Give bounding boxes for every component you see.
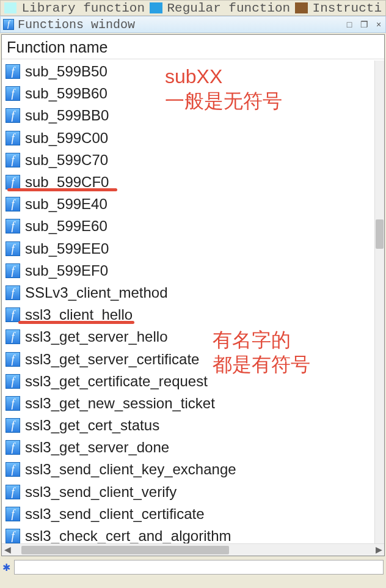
function-row[interactable]: fssl3_get_new_session_ticket	[2, 392, 374, 414]
function-name: sub_599EE0	[25, 240, 109, 257]
function-row[interactable]: fsub_599E60	[2, 215, 374, 237]
command-bar: ✱	[0, 557, 386, 577]
function-name: ssl3_get_cert_status	[25, 417, 159, 434]
legend-regular-swatch	[150, 2, 162, 13]
horizontal-scrollbar[interactable]: ◀ ▶	[2, 543, 384, 556]
function-name: sub_599EF0	[25, 262, 108, 279]
function-icon: f	[5, 175, 20, 189]
hscroll-track[interactable]	[13, 546, 373, 554]
function-icon: f	[5, 440, 20, 455]
function-row[interactable]: fssl3_client_hello	[2, 304, 374, 326]
function-name: ssl3_send_client_key_exchange	[25, 461, 236, 478]
function-name: sub_599B60	[25, 85, 107, 102]
legend-library-swatch	[4, 2, 16, 13]
function-name: sub_599C00	[25, 130, 108, 147]
list-column-header[interactable]: Function name	[2, 35, 384, 59]
function-icon: f	[5, 307, 20, 322]
function-icon: f	[5, 485, 20, 499]
function-row[interactable]: fsub_599EF0	[2, 260, 374, 282]
function-name: ssl3_client_hello	[25, 306, 133, 323]
function-name: ssl3_get_server_done	[25, 439, 169, 456]
function-icon: f	[5, 153, 20, 167]
function-name: sub_599BB0	[25, 107, 109, 124]
panel-title-text: Functions window	[18, 18, 339, 32]
function-name: SSLv3_client_method	[25, 284, 167, 301]
panel-restore-button[interactable]: ❐	[360, 20, 368, 29]
panel-titlebar[interactable]: f Functions window □ ❐ ×	[0, 16, 386, 33]
function-name: sub_599C70	[25, 152, 108, 169]
function-icon: f	[5, 197, 20, 211]
function-name: sub_599B50	[25, 63, 107, 80]
function-icon: f	[5, 285, 20, 300]
function-row[interactable]: fsub_599E40	[2, 193, 374, 215]
function-name: sub_599E60	[25, 218, 107, 235]
legend-library-text: Library function	[21, 1, 145, 15]
function-name: ssl3_get_server_certificate	[25, 351, 199, 368]
function-icon: f	[5, 352, 20, 367]
function-row[interactable]: fssl3_get_server_done	[2, 436, 374, 458]
function-icon: f	[5, 396, 20, 411]
panel-close-button[interactable]: ×	[374, 20, 383, 29]
function-icon: f	[5, 507, 20, 521]
functions-list-body[interactable]: fsub_599B50fsub_599B60fsub_599BB0fsub_59…	[2, 61, 374, 543]
function-name: sub_599CF0	[25, 174, 109, 191]
command-star-icon: ✱	[2, 562, 10, 573]
function-name: sub_599E40	[25, 196, 107, 213]
function-row[interactable]: fsub_599B50	[2, 61, 374, 83]
function-icon: f	[5, 529, 20, 543]
function-icon: f	[5, 131, 20, 145]
function-icon: f	[5, 462, 20, 477]
function-row[interactable]: fssl3_get_server_certificate	[2, 348, 374, 370]
vertical-scrollbar-thumb[interactable]	[376, 219, 384, 249]
function-name: ssl3_check_cert_and_algorithm	[25, 527, 231, 543]
function-name: ssl3_get_new_session_ticket	[25, 395, 215, 412]
function-row[interactable]: fsub_599C00	[2, 127, 374, 149]
function-row[interactable]: fssl3_send_client_verify	[2, 481, 374, 503]
function-row[interactable]: fsub_599CF0	[2, 171, 374, 193]
hscroll-left-arrow-icon[interactable]: ◀	[2, 545, 13, 556]
function-icon: f	[5, 374, 20, 389]
function-row[interactable]: fssl3_get_server_hello	[2, 326, 374, 348]
function-icon: f	[5, 241, 20, 256]
function-icon: f	[5, 263, 20, 278]
function-icon: f	[5, 108, 20, 123]
function-row[interactable]: fsub_599BB0	[2, 105, 374, 127]
function-row[interactable]: fsub_599C70	[2, 149, 374, 171]
functions-window-icon: f	[3, 19, 14, 30]
function-name: ssl3_send_client_certificate	[25, 505, 205, 523]
function-row[interactable]: fssl3_get_certificate_request	[2, 370, 374, 392]
function-icon: f	[5, 418, 20, 433]
function-icon: f	[5, 64, 20, 79]
vertical-scrollbar[interactable]	[374, 61, 384, 543]
function-row[interactable]: fsub_599B60	[2, 83, 374, 105]
hscroll-right-arrow-icon[interactable]: ▶	[373, 545, 384, 556]
function-name: ssl3_get_certificate_request	[25, 373, 208, 390]
function-row[interactable]: fsub_599EE0	[2, 238, 374, 260]
functions-list-panel: Function name fsub_599B50fsub_599B60fsub…	[1, 34, 385, 556]
function-icon: f	[5, 219, 20, 233]
legend-bar: Library function Regular function Instru…	[0, 0, 386, 16]
legend-regular-text: Regular function	[167, 1, 291, 15]
function-row[interactable]: fssl3_check_cert_and_algorithm	[2, 525, 374, 543]
function-name: ssl3_send_client_verify	[25, 483, 177, 501]
panel-minimize-button[interactable]: □	[345, 20, 354, 29]
hscroll-thumb[interactable]	[21, 546, 229, 554]
legend-instruction-text: Instructi	[313, 1, 382, 15]
function-icon: f	[5, 329, 20, 344]
function-icon: f	[5, 86, 20, 101]
legend-instruction-swatch	[295, 2, 307, 13]
function-name: ssl3_get_server_hello	[25, 328, 167, 345]
function-row[interactable]: fssl3_get_cert_status	[2, 414, 374, 436]
function-row[interactable]: fssl3_send_client_key_exchange	[2, 458, 374, 480]
command-input[interactable]	[14, 560, 384, 575]
function-row[interactable]: fSSLv3_client_method	[2, 282, 374, 304]
function-row[interactable]: fssl3_send_client_certificate	[2, 503, 374, 525]
